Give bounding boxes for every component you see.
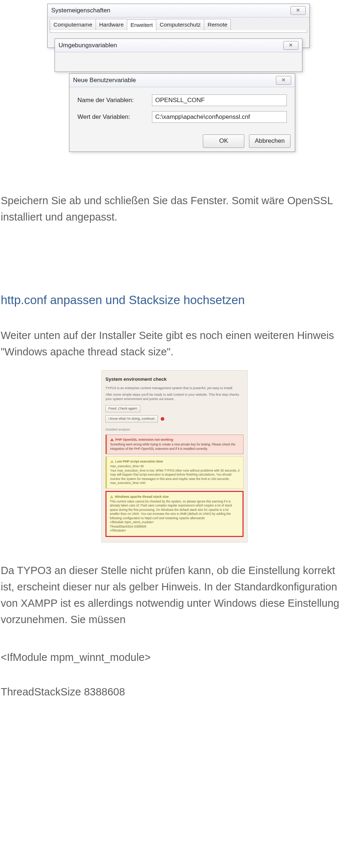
- body-para-1: Speichern Sie ab und schließen Sie das F…: [1, 193, 345, 225]
- error-dot-icon: [161, 417, 164, 421]
- var-name-input[interactable]: OPENSLL_CONF: [152, 94, 287, 106]
- warning-triangle-icon: [110, 495, 113, 498]
- env-vars-titlebar: Umgebungsvariablen ✕: [55, 39, 302, 52]
- section-heading-httpconf: http.conf anpassen und Stacksize hochset…: [1, 291, 348, 309]
- alert-stacksize: Windows apache thread stack size This cu…: [105, 491, 244, 537]
- syscheck-heading: System environment check: [105, 376, 244, 383]
- var-value-label: Wert der Variablen:: [77, 112, 152, 122]
- code-line-1: <IfModule mpm_winnt_module>: [1, 649, 348, 666]
- alert-openssl-title: PHP OpenSSL extension not working: [115, 438, 173, 441]
- check-again-button[interactable]: Fixed. Check again!: [105, 405, 140, 412]
- close-icon[interactable]: ✕: [283, 41, 298, 50]
- code-line-2: ThreadStackSize 8388608: [1, 684, 348, 700]
- var-name-label: Name der Variablen:: [77, 96, 152, 105]
- tab-computername[interactable]: Computername: [50, 19, 96, 30]
- body-para-3: Da TYPO3 an dieser Stelle nicht prüfen k…: [1, 562, 345, 628]
- tab-computerschutz[interactable]: Computerschutz: [156, 19, 204, 30]
- sys-props-title: Systemeigenschaften: [51, 6, 290, 15]
- screenshot-typo3-system-check: System environment check TYPO3 is an ent…: [101, 370, 248, 542]
- warning-triangle-icon: [110, 460, 114, 463]
- syscheck-intro-2: After some simple steps you'll be ready …: [105, 392, 244, 401]
- alert-stacksize-body: This current value cannot be checked by …: [110, 500, 239, 533]
- ok-button[interactable]: OK: [203, 134, 244, 148]
- new-user-var-titlebar: Neue Benutzervariable ✕: [69, 74, 295, 87]
- new-user-var-title: Neue Benutzervariable: [73, 76, 276, 85]
- alert-exectime: Low PHP script execution time max_execut…: [105, 456, 244, 488]
- alert-exectime-title: Low PHP script execution time: [115, 460, 163, 463]
- tab-remote[interactable]: Remote: [204, 19, 231, 30]
- cancel-button[interactable]: Abbrechen: [249, 134, 290, 148]
- syscheck-intro-1: TYPO3 is an enterprise content managemen…: [105, 386, 244, 390]
- tab-erweitert[interactable]: Erweitert: [127, 19, 156, 31]
- detailed-analysis-label: Detailed analysis: [105, 427, 244, 432]
- warning-triangle-icon: [110, 438, 114, 441]
- sys-props-titlebar: Systemeigenschaften ✕: [48, 4, 309, 17]
- close-icon[interactable]: ✕: [276, 76, 291, 85]
- screenshot-windows-env-dialog: Systemeigenschaften ✕ Computername Hardw…: [47, 4, 309, 171]
- var-value-input[interactable]: C:\xampp\apache\conf\openssl.cnf: [152, 111, 287, 123]
- alert-exectime-body: max_execution_time=30 Your max_execution…: [110, 464, 240, 485]
- tab-hardware[interactable]: Hardware: [96, 19, 127, 30]
- alert-openssl-body: Something went wrong while trying to cre…: [110, 443, 240, 451]
- alert-stacksize-title: Windows apache thread stack size: [115, 495, 169, 498]
- env-vars-title: Umgebungsvariablen: [59, 41, 283, 50]
- sys-props-tabs: Computername Hardware Erweitert Computer…: [48, 17, 309, 30]
- alert-openssl: PHP OpenSSL extension not working Someth…: [105, 435, 244, 454]
- continue-button[interactable]: I know what I'm doing, continue!: [105, 415, 158, 423]
- close-icon[interactable]: ✕: [290, 6, 306, 15]
- body-para-2: Weiter unten auf der Installer Seite gib…: [1, 327, 345, 360]
